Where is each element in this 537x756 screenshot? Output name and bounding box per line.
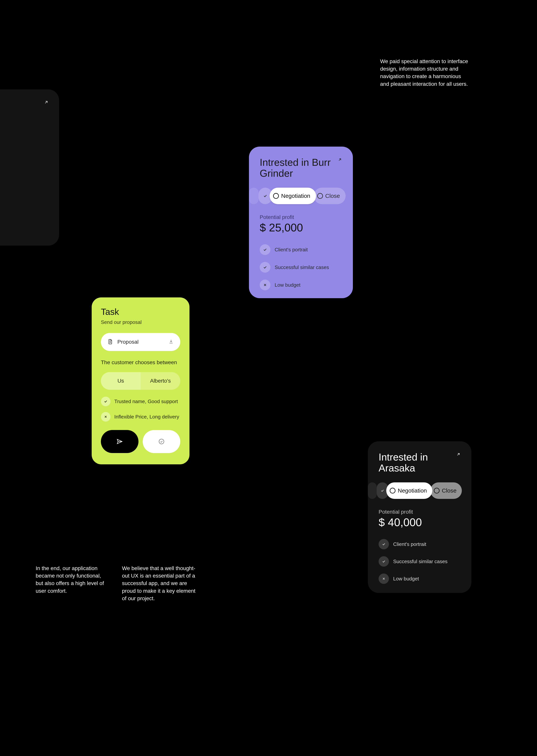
check-icon	[379, 539, 389, 549]
send-button[interactable]	[101, 430, 139, 453]
radio-icon	[317, 193, 323, 199]
tab-us[interactable]: Us	[101, 372, 141, 390]
stage-pill-prev2[interactable]	[249, 188, 259, 204]
attribute-item: Client's portrait	[260, 244, 342, 255]
attribute-label: Successful similar cases	[393, 558, 447, 564]
chooses-label: The customer chooses between	[101, 359, 180, 366]
check-icon	[101, 397, 110, 406]
open-icon[interactable]	[456, 452, 461, 457]
cross-icon	[260, 280, 270, 290]
attribute-item: Client's portrait	[379, 539, 461, 549]
paragraph-bottom-left-1: In the end, our application became not o…	[36, 564, 109, 595]
tab-label: Alberto's	[150, 378, 171, 384]
cross-icon	[379, 573, 389, 584]
stage-pill-close[interactable]: Close	[431, 482, 462, 499]
attribute-label: Low budget	[393, 576, 419, 582]
attachment-row[interactable]: Proposal	[101, 333, 180, 351]
profit-label: Potential profit	[260, 214, 342, 220]
attribute-label: Low budget	[275, 282, 300, 288]
card-title: Task	[101, 307, 180, 317]
attributes-list: Client's portrait Successful similar cas…	[260, 244, 342, 290]
pill-label: Close	[325, 193, 340, 199]
radio-icon	[273, 193, 279, 199]
stage-pill-negotiation[interactable]: Negotiation	[386, 482, 432, 499]
pill-label: Close	[442, 487, 457, 494]
stage-pill-close[interactable]: Close	[314, 188, 346, 204]
pill-label: Negotiation	[281, 193, 310, 199]
tab-alberto[interactable]: Alberto's	[141, 372, 180, 390]
action-buttons	[101, 430, 180, 453]
proscons-item: Inflexible Price, Long delivery	[101, 412, 180, 422]
stage-pill-row: otiation Close	[0, 134, 48, 151]
card-title: Intrested in Burr Grinder	[260, 157, 342, 179]
check-icon	[260, 262, 270, 273]
profit-value: $ 40,000	[379, 516, 461, 529]
radio-icon	[434, 488, 439, 494]
stage-pill-prev2[interactable]	[368, 482, 377, 499]
paragraph-bottom-left-2: We believe that a well thought-out UX is…	[122, 564, 199, 602]
attribute-item: dget	[0, 228, 48, 235]
lead-card-burr-partial: d in Burr otiation Close t 00 portrait f…	[0, 89, 59, 245]
attributes-list: Client's portrait Successful similar cas…	[379, 539, 461, 584]
profit-value: $ 25,000	[260, 221, 342, 234]
open-icon[interactable]	[338, 157, 342, 162]
svg-point-0	[159, 439, 164, 444]
proscons-label: Trusted name, Good support	[114, 399, 178, 405]
attribute-item: Successful similar cases	[379, 556, 461, 567]
open-icon[interactable]	[44, 100, 49, 105]
profit-label: Potential profit	[379, 509, 461, 515]
attribute-label: Client's portrait	[275, 247, 308, 253]
proscons-item: Trusted name, Good support	[101, 397, 180, 406]
attribute-item: Low budget	[260, 280, 342, 290]
card-title: d in Burr	[0, 100, 48, 112]
task-card: Task Send our proposal Proposal The cust…	[92, 297, 189, 464]
tab-label: Us	[117, 378, 124, 384]
attribute-item: Successful similar cases	[260, 262, 342, 273]
attribute-item: ful similar cases	[0, 213, 48, 220]
lead-card-arasaka: Intrested in Arasaka Negotiation Close P…	[368, 441, 472, 593]
attributes-list: portrait ful similar cases dget	[0, 199, 48, 235]
pill-label: Negotiation	[398, 487, 427, 494]
attribute-item: Low budget	[379, 573, 461, 584]
proscons-label: Inflexible Price, Long delivery	[114, 414, 179, 420]
paragraph-top: We paid special attention to interface d…	[380, 58, 470, 88]
attribute-label: Successful similar cases	[275, 264, 329, 270]
competitor-tabs: Us Alberto's	[101, 372, 180, 390]
complete-button[interactable]	[143, 430, 180, 453]
profit-value: 00	[0, 171, 48, 186]
attachment-label: Proposal	[117, 339, 164, 345]
card-subtitle: Send our proposal	[101, 319, 180, 325]
stage-pill-negotiation[interactable]: Negotiation	[269, 188, 316, 204]
check-icon	[260, 244, 270, 255]
stage-pill-row: Negotiation Close	[260, 188, 342, 204]
proscons-list: Trusted name, Good support Inflexible Pr…	[101, 397, 180, 422]
attribute-item: portrait	[0, 199, 48, 205]
attribute-label: Client's portrait	[393, 541, 426, 547]
card-title: Intrested in Arasaka	[379, 452, 461, 473]
stage-pill-row: Negotiation Close	[379, 482, 461, 499]
profit-label: t	[0, 163, 48, 170]
check-icon	[379, 556, 389, 567]
download-icon[interactable]	[168, 339, 174, 345]
document-icon	[107, 339, 113, 345]
lead-card-burr-grinder: Intrested in Burr Grinder Negotiation Cl…	[249, 147, 353, 298]
radio-icon	[390, 488, 395, 494]
cross-icon	[101, 412, 110, 422]
